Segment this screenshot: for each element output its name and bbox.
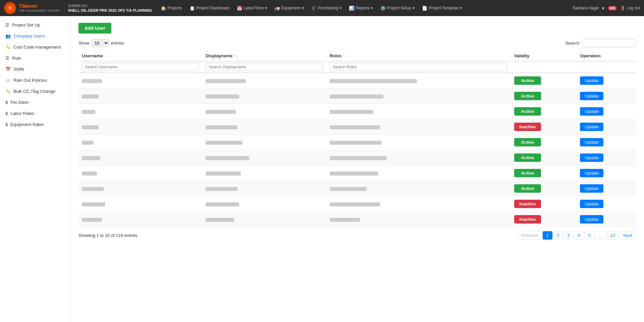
validity-cell: Active (511, 181, 577, 196)
sidebar-item-rule[interactable]: ☰ Rule (0, 53, 70, 64)
page-12-button[interactable]: 12 (607, 231, 619, 240)
pagination: Previous 1 2 3 4 5 ... 12 Next (518, 231, 636, 240)
sidebar-item-equipment-rates[interactable]: $ Equipment Rates (0, 119, 70, 130)
sidebar-item-cost-code[interactable]: 🏷️ Cost Code management (0, 42, 70, 53)
project-info: 210080-311 SHELL OIL-DEER PRK 2022 OP2 T… (64, 3, 152, 13)
validity-badge: Inactive (514, 200, 541, 208)
update-button[interactable]: Update (580, 169, 603, 177)
top-navigation: Ti TiMaven THE MANAGEMENT EXPERT 210080-… (0, 0, 644, 16)
displayname-search-input[interactable] (206, 63, 323, 71)
update-button[interactable]: Update (580, 184, 603, 193)
page-4-button[interactable]: 4 (574, 231, 584, 240)
sidebar-item-project-setup[interactable]: ☰ Project Set Up (0, 19, 70, 30)
table-row: Active Update (78, 150, 636, 166)
nav-labor-time[interactable]: 📅 Labor/Time▾ (233, 4, 270, 13)
roles-search-cell (326, 61, 511, 73)
update-button[interactable]: Update (580, 200, 603, 208)
purchasing-icon: 🛒 (311, 6, 317, 11)
sidebar-item-per-diem[interactable]: $ Per Diem (0, 97, 70, 108)
brand-name: TiMaven (19, 3, 60, 9)
next-button[interactable]: Next (620, 231, 636, 240)
update-button[interactable]: Update (580, 215, 603, 223)
nav-projects[interactable]: 🏠 Projects (157, 4, 185, 13)
roles-search-input[interactable] (330, 63, 507, 71)
logout-button[interactable]: 🚪 Log out (620, 6, 640, 10)
username-value (82, 187, 104, 191)
table-row: Active Update (78, 181, 636, 196)
displayname-sort-icon[interactable]: ↑↓ (235, 54, 238, 58)
page-2-button[interactable]: 2 (553, 231, 563, 240)
nav-project-setup[interactable]: ⚙️ Project Setup▾ (377, 4, 418, 13)
table-row: Inactive Update (78, 212, 636, 227)
validity-cell: Inactive (511, 212, 577, 227)
sidebar-item-bulk-cc[interactable]: 🏷️ Bulk CC./Tag Change (0, 86, 70, 97)
update-button[interactable]: Update (580, 107, 603, 116)
table-row: Active Update (78, 73, 636, 88)
nav-project-dashboard[interactable]: 📋 Project Dashboard (186, 4, 233, 13)
username-cell (78, 73, 202, 88)
table-row: Active Update (78, 135, 636, 150)
update-button[interactable]: Update (580, 76, 603, 85)
roles-value (330, 187, 367, 191)
page-3-button[interactable]: 3 (564, 231, 573, 240)
sidebar-item-rain-out[interactable]: 🌧️ Rain Out Policies (0, 75, 70, 86)
table-header-row: Username ↑↓ Displayname ↑↓ Roles ↑↓ Vali… (78, 51, 636, 61)
project-name: SHELL OIL-DEER PRK 2022 OP2 T/A PLANNING (68, 8, 152, 13)
roles-value (330, 172, 378, 176)
validity-badge: Active (514, 138, 541, 146)
col-operation: Operation (577, 51, 636, 61)
validity-badge: Inactive (514, 123, 541, 131)
roles-cell (326, 73, 511, 88)
update-button[interactable]: Update (580, 153, 603, 162)
validity-badge: Active (514, 92, 541, 100)
nav-equipment[interactable]: 🚛 Equipment▾ (271, 4, 307, 13)
update-button[interactable]: Update (580, 92, 603, 100)
roles-cell (326, 166, 511, 181)
notification-badge[interactable]: 403 (608, 6, 617, 10)
nav-reports[interactable]: 📊 Reports▾ (345, 4, 376, 13)
username-cell (78, 212, 202, 227)
displayname-cell (202, 166, 326, 181)
displayname-search-cell (202, 61, 326, 73)
brand-subtitle: THE MANAGEMENT EXPERT (19, 9, 60, 13)
nav-links: 🏠 Projects 📋 Project Dashboard 📅 Labor/T… (157, 4, 571, 13)
nav-project-template[interactable]: 📄 Project Template▾ (419, 4, 465, 13)
table-row: Inactive Update (78, 119, 636, 135)
page-5-button[interactable]: 5 (585, 231, 594, 240)
table-row: Active Update (78, 104, 636, 119)
shifts-icon: 📅 (5, 67, 11, 72)
logout-icon: 🚪 (620, 6, 625, 10)
username-value (82, 94, 99, 99)
show-label: Show (78, 41, 90, 46)
roles-cell (326, 212, 511, 227)
global-search-input[interactable] (582, 39, 636, 47)
add-user-button[interactable]: Add User (78, 23, 111, 34)
displayname-value (206, 125, 237, 129)
update-button[interactable]: Update (580, 123, 603, 131)
roles-value (330, 141, 382, 145)
roles-sort-icon[interactable]: ↑↓ (344, 54, 347, 58)
roles-cell (326, 150, 511, 166)
validity-cell: Inactive (511, 196, 577, 212)
showing-text: Showing 1 to 10 of 116 entries (78, 233, 138, 238)
validity-badge: Active (514, 153, 541, 162)
displayname-value (206, 187, 237, 191)
labor-rates-icon: $ (5, 111, 8, 116)
username-search-input[interactable] (82, 63, 199, 71)
username-sort-icon[interactable]: ↑↓ (106, 54, 109, 58)
table-row: Active Update (78, 166, 636, 181)
update-button[interactable]: Update (580, 138, 603, 146)
username-value (82, 110, 95, 114)
col-username: Username ↑↓ (78, 51, 202, 61)
entries-select[interactable]: 10 25 50 100 (92, 39, 109, 47)
sidebar-item-company-users[interactable]: 👥 Company Users (0, 30, 70, 42)
sidebar-item-shifts[interactable]: 📅 Shifts (0, 64, 70, 75)
page-1-button[interactable]: 1 (543, 231, 552, 240)
nav-purchasing[interactable]: 🛒 Purchasing▾ (308, 4, 345, 13)
operation-cell: Update (577, 119, 636, 135)
sidebar-item-labor-rates[interactable]: $ Labor Rates (0, 108, 70, 119)
prev-button[interactable]: Previous (518, 231, 542, 240)
company-users-icon: 👥 (5, 34, 11, 39)
cost-code-icon: 🏷️ (5, 45, 11, 50)
roles-value (330, 110, 373, 114)
